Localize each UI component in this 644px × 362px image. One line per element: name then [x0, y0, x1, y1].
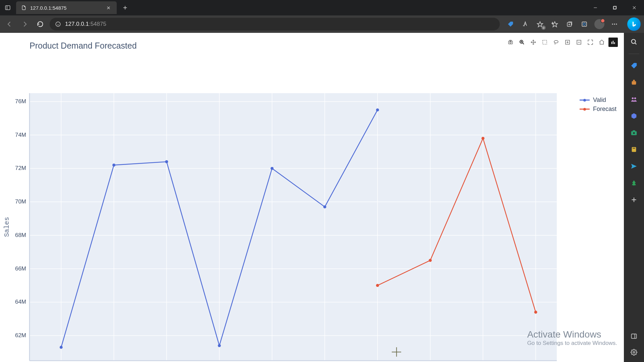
svg-rect-0: [5, 6, 10, 10]
svg-rect-37: [634, 185, 634, 186]
collections-icon[interactable]: [565, 19, 574, 29]
tab-title: 127.0.0.1:54875: [30, 5, 101, 11]
favorites-star-icon[interactable]: 0: [535, 19, 545, 29]
svg-text:66M: 66M: [15, 265, 26, 272]
browser-essentials-icon[interactable]: [580, 19, 589, 29]
shopping-icon[interactable]: [628, 60, 640, 71]
office-icon[interactable]: [628, 110, 640, 122]
svg-marker-31: [632, 113, 637, 119]
new-tab-button[interactable]: [119, 2, 131, 13]
more-menu-icon[interactable]: [610, 19, 619, 29]
search-icon[interactable]: [628, 36, 640, 48]
bing-chat-button[interactable]: [627, 17, 641, 31]
settings-gear-icon[interactable]: [628, 347, 640, 358]
line-chart[interactable]: 2012201420162018202062M64M66M68M70M72M74…: [0, 33, 624, 362]
forward-button: [19, 18, 31, 30]
legend-item-forecast[interactable]: Forecast: [580, 106, 616, 113]
image-creator-icon[interactable]: [628, 127, 640, 138]
svg-rect-28: [632, 81, 636, 84]
legend-swatch-valid: [580, 100, 590, 101]
window-controls: [586, 0, 644, 15]
legend-item-valid[interactable]: Valid: [580, 97, 616, 104]
minimize-icon[interactable]: [586, 0, 605, 15]
svg-rect-34: [633, 130, 635, 132]
svg-point-107: [481, 137, 484, 140]
maximize-icon[interactable]: [605, 0, 625, 15]
tools-icon[interactable]: [628, 77, 640, 88]
svg-rect-40: [632, 334, 637, 338]
svg-text:Sales: Sales: [3, 217, 11, 237]
svg-text:70M: 70M: [15, 198, 26, 205]
legend-label: Valid: [593, 97, 606, 104]
svg-point-101: [218, 344, 221, 347]
browser-window: 127.0.0.1:54875 127.0.0.1:54875 0: [0, 0, 644, 362]
svg-point-104: [376, 108, 379, 111]
watermark-subtitle: Go to Settings to activate Windows.: [527, 340, 617, 347]
svg-point-103: [323, 205, 326, 208]
svg-point-100: [165, 160, 168, 163]
tab-bar: 127.0.0.1:54875: [0, 0, 644, 15]
read-aloud-icon[interactable]: [521, 19, 530, 29]
shopping-tag-icon[interactable]: [506, 19, 515, 29]
svg-point-98: [60, 346, 63, 349]
address-bar: 127.0.0.1:54875 0: [0, 15, 644, 33]
svg-text:76M: 76M: [15, 98, 26, 105]
chart-page: Product Demand Forecasted 20122014201620…: [0, 33, 624, 362]
favorites-icon[interactable]: [550, 19, 559, 29]
refresh-button[interactable]: [34, 18, 46, 30]
back-button[interactable]: [3, 18, 15, 30]
close-window-icon[interactable]: [625, 0, 644, 15]
add-sidebar-icon[interactable]: [628, 194, 640, 205]
svg-point-102: [271, 167, 274, 170]
svg-line-27: [635, 43, 637, 45]
games-icon[interactable]: [628, 177, 640, 189]
close-tab-icon[interactable]: [105, 4, 112, 11]
svg-point-99: [112, 164, 115, 167]
site-info-icon[interactable]: [54, 20, 62, 28]
svg-point-30: [634, 98, 636, 100]
url-host: 127.0.0.1: [65, 21, 89, 27]
svg-rect-21: [582, 22, 586, 26]
legend-label: Forecast: [593, 106, 616, 113]
tab-actions-icon[interactable]: [3, 3, 13, 13]
svg-text:68M: 68M: [15, 232, 26, 238]
edge-sidebar: [624, 33, 644, 362]
page-viewport: Product Demand Forecasted 20122014201620…: [0, 33, 624, 362]
svg-text:62M: 62M: [15, 332, 26, 339]
svg-rect-36: [633, 148, 635, 148]
url-input[interactable]: 127.0.0.1:54875: [50, 18, 500, 31]
svg-point-25: [616, 23, 617, 24]
svg-point-22: [583, 23, 586, 25]
svg-text:72M: 72M: [15, 165, 26, 171]
watermark-title: Activate Windows: [527, 329, 617, 340]
browser-tab[interactable]: 127.0.0.1:54875: [16, 1, 117, 14]
windows-activation-watermark: Activate Windows Go to Settings to activ…: [527, 329, 617, 347]
url-port: :54875: [89, 21, 106, 27]
svg-point-105: [376, 284, 379, 287]
svg-text:74M: 74M: [15, 132, 26, 138]
drop-icon[interactable]: [628, 144, 640, 155]
svg-rect-62: [30, 93, 557, 361]
legend-swatch-forecast: [580, 109, 590, 110]
svg-point-108: [534, 311, 537, 314]
sidebar-collapse-icon[interactable]: [628, 330, 640, 342]
svg-point-33: [633, 132, 635, 134]
chart-legend: Valid Forecast: [580, 97, 616, 113]
file-icon: [21, 5, 27, 11]
svg-point-29: [632, 98, 634, 100]
svg-point-23: [612, 23, 613, 24]
svg-point-24: [614, 23, 615, 24]
svg-text:64M: 64M: [15, 299, 26, 305]
svg-point-42: [633, 352, 635, 353]
people-icon[interactable]: [628, 94, 640, 105]
send-icon[interactable]: [628, 161, 640, 172]
profile-avatar[interactable]: [594, 19, 604, 29]
svg-point-106: [429, 259, 432, 262]
svg-rect-35: [632, 147, 636, 152]
